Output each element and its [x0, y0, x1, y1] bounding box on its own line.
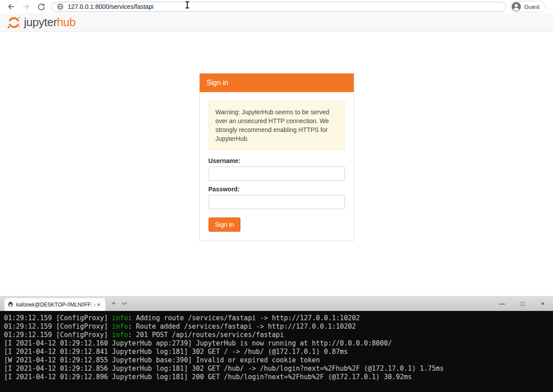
terminal-line: [W 2021-04-12 01:29:12.855 JupyterHub ba… — [4, 356, 553, 365]
terminal-output[interactable]: 01:29:12.159 [ConfigProxy] info: Adding … — [0, 311, 553, 392]
logo-text-hub: hub — [57, 16, 76, 29]
profile-button[interactable]: Guest — [510, 1, 545, 12]
terminal-line: [I 2021-04-12 01:29:12.896 JupyterHub lo… — [4, 373, 553, 381]
terminal-tab[interactable]: kafonek@DESKTOP-0MLN0FF: - × — [4, 298, 105, 311]
chevron-down-icon — [122, 302, 127, 305]
tab-close-icon[interactable]: × — [96, 301, 102, 308]
signin-panel: Sign in Warning: JupyterHub seems to be … — [199, 73, 354, 241]
profile-label: Guest — [524, 4, 540, 10]
browser-menu-button[interactable]: ⋮ — [550, 2, 553, 12]
logo-text-jupyter: jupyter — [24, 16, 57, 29]
jupyter-planet-icon — [6, 15, 21, 30]
username-input[interactable] — [209, 167, 345, 181]
linux-tux-icon — [8, 301, 13, 308]
password-input[interactable] — [209, 195, 345, 209]
terminal-tab-title: kafonek@DESKTOP-0MLN0FF: - — [16, 302, 95, 308]
reload-button[interactable] — [35, 1, 47, 12]
terminal-line: 01:29:12.159 [ConfigProxy] info: 201 POS… — [4, 331, 553, 339]
back-button[interactable] — [5, 1, 17, 12]
tab-dropdown-button[interactable] — [122, 302, 127, 305]
terminal-line: [I 2021-04-12 01:29:12.856 JupyterHub lo… — [4, 365, 553, 373]
new-tab-button[interactable]: + — [112, 300, 116, 307]
forward-arrow-icon — [22, 3, 30, 11]
forward-button[interactable] — [20, 1, 32, 12]
terminal-line: 01:29:12.159 [ConfigProxy] info: Adding … — [4, 314, 553, 322]
terminal-tab-bar: kafonek@DESKTOP-0MLN0FF: - × + — □ × — [0, 296, 553, 311]
maximize-button[interactable]: □ — [512, 300, 533, 307]
text-cursor — [185, 1, 189, 9]
back-arrow-icon — [7, 3, 15, 11]
browser-toolbar: 127.0.0.1:8000/services/fastapi Guest ⋮ — [0, 0, 553, 13]
signin-button[interactable]: Sign in — [209, 217, 241, 232]
password-label: Password: — [209, 186, 345, 193]
jupyterhub-navbar: jupyterhub — [0, 13, 553, 32]
url-bar[interactable]: 127.0.0.1:8000/services/fastapi — [51, 2, 507, 12]
globe-icon — [57, 4, 63, 10]
jupyterhub-logo[interactable]: jupyterhub — [6, 15, 75, 30]
terminal-line: [I 2021-04-12 01:29:12.160 JupyterHub ap… — [4, 339, 553, 348]
window-controls: — □ × — [492, 296, 553, 311]
close-button[interactable]: × — [533, 300, 553, 307]
terminal-line: 01:29:12.159 [ConfigProxy] info: Route a… — [4, 322, 553, 331]
https-warning-message: Warning: JupyterHub seems to be served o… — [209, 101, 345, 150]
signin-panel-title: Sign in — [200, 74, 354, 92]
username-label: Username: — [209, 157, 345, 164]
terminal-window: kafonek@DESKTOP-0MLN0FF: - × + — □ × 01:… — [0, 296, 553, 392]
minimize-button[interactable]: — — [492, 300, 512, 307]
user-avatar-icon — [511, 2, 521, 12]
terminal-line: [I 2021-04-12 01:29:12.841 JupyterHub lo… — [4, 348, 553, 356]
url-text: 127.0.0.1:8000/services/fastapi — [68, 3, 154, 10]
reload-icon — [38, 3, 45, 11]
signin-panel-body: Warning: JupyterHub seems to be served o… — [200, 92, 354, 241]
